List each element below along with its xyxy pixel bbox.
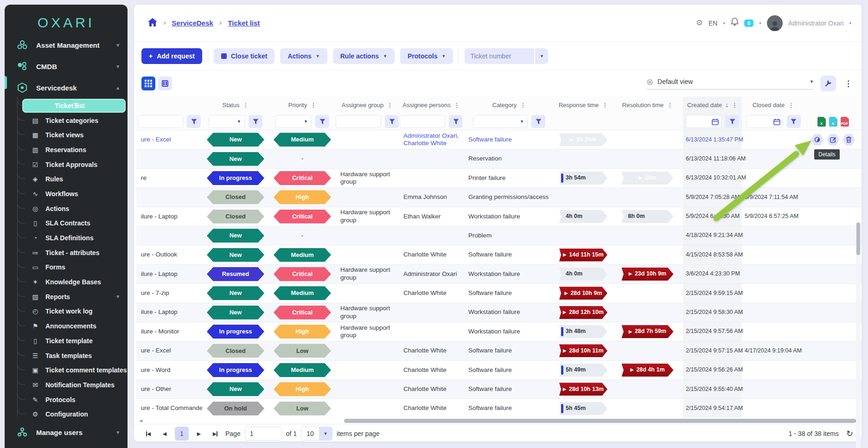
sidebar-item-rules[interactable]: ◈Rules	[5, 172, 128, 186]
ticket-number-combo[interactable]: Ticket number ▼	[465, 48, 548, 64]
sidebar-item-forms[interactable]: ▭Forms	[5, 260, 128, 275]
sidebar-item-sla-contracts[interactable]: ▯SLA Contracts	[5, 216, 128, 231]
excel-cyan-icon[interactable]: X	[829, 117, 837, 127]
filter-input-persons[interactable]	[400, 115, 445, 128]
actions-dropdown-button[interactable]: Actions ▼	[280, 48, 327, 64]
column-menu-kebab[interactable]: ⋮	[310, 102, 316, 109]
sidebar-item-manage-users[interactable]: Manage users ▾	[5, 422, 128, 443]
sidebar-item-ticket-approvals[interactable]: ☑Ticket Approvals	[5, 157, 128, 172]
sidebar-item-configuration[interactable]: ⚙Configuration	[5, 407, 128, 422]
filter-funnel-button[interactable]	[449, 115, 463, 128]
gear-icon[interactable]: ⚙	[696, 18, 703, 28]
column-menu-kebab[interactable]: ⋮	[732, 102, 738, 109]
vertical-scrollbar[interactable]	[856, 221, 861, 448]
sidebar-item-reservations[interactable]: ▥Reservations	[5, 142, 128, 157]
sidebar-item-ticket-work-log[interactable]: ◴Ticket work log	[5, 304, 128, 319]
sidebar-item-ticket-list[interactable]: ☰Ticket list	[5, 98, 128, 113]
sidebar-item-cmdb[interactable]: CMDB ▾	[5, 56, 128, 77]
grid-view-button[interactable]	[141, 77, 155, 90]
items-per-page-select[interactable]: 10 ▼	[301, 427, 332, 441]
filter-funnel-button[interactable]	[385, 115, 399, 128]
table-row[interactable]: ure - WordIn progressMediumCharlotte Whi…	[136, 360, 862, 379]
delete-button[interactable]	[842, 134, 855, 146]
breadcrumb-ticket-list[interactable]: Ticket list	[228, 19, 260, 27]
current-page-button[interactable]: 1	[175, 427, 189, 441]
horizontal-scrollbar[interactable]: ◀ ▶	[139, 418, 859, 424]
table-row[interactable]: ClosedHighEmma JohnsonGranting permissio…	[136, 187, 862, 206]
filter-funnel-button[interactable]	[249, 115, 262, 128]
sidebar-item-reports[interactable]: ▧Reports▾	[5, 289, 128, 304]
sidebar-item-ticket-attributes[interactable]: ≔Ticket - attributes	[5, 245, 128, 260]
filter-funnel-button[interactable]	[315, 115, 329, 128]
pdf-icon[interactable]: PDF	[841, 117, 849, 127]
filter-funnel-button[interactable]	[725, 115, 739, 128]
filter-input-group[interactable]	[336, 115, 381, 128]
table-row[interactable]: ure - 7-zipNewMediumCharlotte WhiteSoftw…	[136, 283, 862, 302]
view-settings-button[interactable]	[820, 76, 836, 91]
refresh-icon[interactable]: ↻	[846, 429, 853, 439]
filter-date-created[interactable]	[686, 115, 721, 128]
sidebar-item-ticket-template[interactable]: ▯Ticket template	[5, 333, 128, 348]
ticket-number-input[interactable]: Ticket number	[465, 52, 534, 60]
filter-funnel-button[interactable]	[531, 115, 545, 128]
table-row[interactable]: New-Problem4/18/2024 9:21:34 AM	[136, 226, 862, 245]
next-page-button[interactable]: ▶	[193, 428, 205, 440]
home-icon[interactable]	[148, 18, 157, 28]
sort-descending-icon[interactable]: ↓	[725, 101, 728, 109]
table-row[interactable]: ure - ExcelNewMediumAdministrator Oxari,…	[136, 130, 862, 149]
notification-count-badge[interactable]: 0	[744, 19, 753, 27]
sidebar-item-notification-templates[interactable]: ✉Notification Templates	[5, 378, 128, 392]
sidebar-item-announcements[interactable]: ⚑Announcements	[5, 319, 128, 333]
table-row[interactable]: ure - OtherNewHighCharlotte WhiteSoftwar…	[136, 379, 862, 398]
table-row[interactable]: ilure - LaptopResumedCriticalHardware su…	[136, 264, 862, 283]
column-menu-kebab[interactable]: ⋮	[667, 102, 673, 109]
avatar[interactable]	[767, 15, 783, 31]
horizontal-scrollbar-thumb[interactable]	[344, 419, 856, 423]
filter-select-status[interactable]: ▼	[209, 115, 245, 128]
scroll-left-arrow[interactable]: ◀	[139, 418, 142, 423]
previous-page-button[interactable]: ◀	[159, 428, 171, 440]
sidebar-item-knowledge-bases[interactable]: ✶Knowledge Bases	[5, 275, 128, 289]
edit-button[interactable]	[827, 134, 839, 146]
table-row[interactable]: ilure - LaptopClosedCriticalHardware sup…	[136, 207, 862, 226]
column-menu-kebab[interactable]: ⋮	[602, 102, 608, 109]
rule-actions-dropdown-button[interactable]: Rule actions ▼	[333, 48, 395, 64]
first-page-button[interactable]: ◀	[142, 428, 154, 440]
column-menu-kebab[interactable]: ⋮	[243, 102, 249, 109]
sidebar-item-document-management[interactable]: Document management ▾	[5, 443, 128, 448]
table-row[interactable]: ilure - LaptopNewCriticalHardware suppor…	[136, 303, 862, 322]
column-menu-kebab[interactable]: ⋮	[454, 102, 460, 109]
breadcrumb-servicedesk[interactable]: ServiceDesk	[172, 19, 213, 27]
sidebar-item-workflows[interactable]: ∿Workflows	[5, 186, 128, 201]
filter-funnel-button[interactable]	[787, 115, 801, 128]
sidebar-item-actions[interactable]: ◎Actions	[5, 201, 128, 216]
view-selector-dropdown[interactable]: ◎ Default view ▼	[647, 77, 814, 90]
filter-date-closed[interactable]	[746, 115, 783, 128]
column-menu-kebab[interactable]: ⋮	[387, 102, 393, 109]
sidebar-item-ticket-views[interactable]: ▦Ticket views	[5, 128, 128, 142]
ticket-number-dropdown[interactable]: ▼	[534, 48, 548, 64]
add-request-button[interactable]: + Add request	[141, 48, 202, 64]
table-row[interactable]: ilure - MonitorIn progressHighHardware s…	[136, 322, 862, 341]
close-ticket-button[interactable]: Close ticket	[214, 48, 275, 64]
filter-select-category[interactable]: ▼	[473, 115, 528, 128]
sidebar-item-ticket-comment-templates[interactable]: ▣Ticket comment templates	[5, 363, 128, 378]
vertical-scrollbar-thumb[interactable]	[856, 223, 860, 255]
sidebar-item-asset-management[interactable]: Asset Management ▾	[5, 34, 128, 56]
language-selector[interactable]: EN	[708, 19, 717, 27]
table-row[interactable]: ure - Total CommanderOn holdLowCharlotte…	[136, 398, 862, 417]
filter-input-topic[interactable]	[138, 115, 183, 128]
column-view-button[interactable]	[158, 77, 172, 90]
sidebar-item-sla-definitions[interactable]: ◔SLA Definitions	[5, 230, 128, 245]
table-row[interactable]: ure - OutlookNewMediumCharlotte WhiteSof…	[136, 245, 862, 264]
excel-green-icon[interactable]: X	[817, 117, 826, 127]
details-eye-button[interactable]	[811, 134, 823, 146]
sidebar-item-protocols[interactable]: ✎Protocols	[5, 392, 128, 407]
column-menu-kebab[interactable]: ⋮	[788, 102, 794, 109]
filter-funnel-button[interactable]	[187, 115, 201, 128]
sidebar-item-servicedesk[interactable]: Servicedesk ▴	[5, 77, 128, 98]
user-name[interactable]: Administrator Oxari	[788, 19, 844, 27]
last-page-button[interactable]: ▶	[209, 428, 221, 440]
sidebar-item-ticket-categories[interactable]: ▤Ticket categories	[5, 113, 128, 128]
filter-select-priority[interactable]: ▼	[275, 115, 312, 128]
